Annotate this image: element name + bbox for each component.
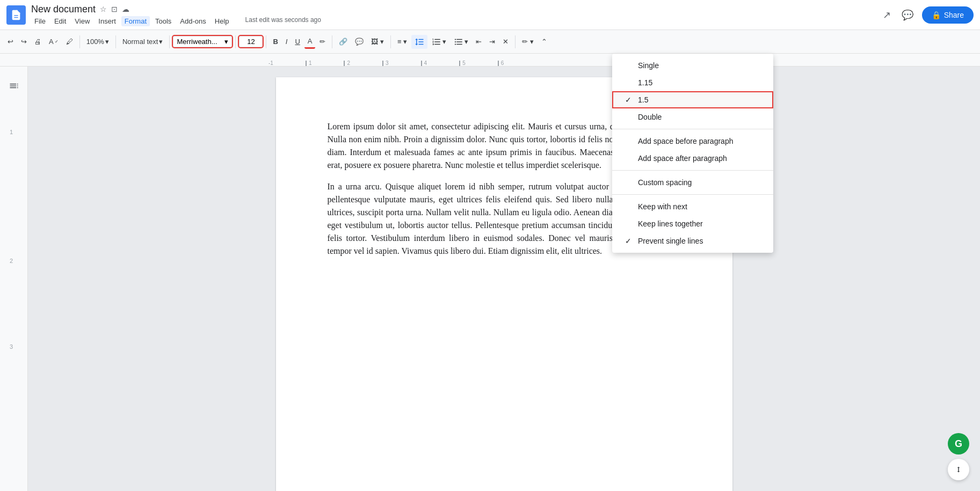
comment-button[interactable]: 💬: [352, 35, 367, 48]
menu-edit[interactable]: Edit: [51, 16, 69, 26]
spacing-single-label: Single: [638, 61, 659, 70]
app-logo[interactable]: [6, 5, 26, 25]
expand-button[interactable]: ⌃: [538, 35, 550, 48]
bottom-right-actions: G: [948, 433, 969, 480]
redo-button[interactable]: ↪: [18, 35, 30, 48]
editing-mode-button[interactable]: ✏ ▾: [519, 35, 537, 48]
line-spacing-button[interactable]: [411, 35, 427, 49]
menu-insert[interactable]: Insert: [95, 16, 119, 26]
menu-tools[interactable]: Tools: [152, 16, 175, 26]
add-space-before-label: Add space before paragraph: [638, 137, 733, 145]
style-selector[interactable]: Normal text ▾: [119, 35, 166, 48]
line-spacing-dropdown: Single 1.15 ✓ 1.5 Double Add space befor…: [612, 54, 773, 253]
keep-lines-together[interactable]: Keep lines together: [612, 215, 773, 232]
numbered-list-button[interactable]: ▾: [429, 35, 449, 49]
clear-format-button[interactable]: ✕: [499, 35, 512, 48]
share-label: Share: [944, 11, 964, 19]
keep-lines-together-label: Keep lines together: [638, 219, 703, 228]
add-space-after[interactable]: Add space after paragraph: [612, 150, 773, 167]
separator-b: [612, 170, 773, 171]
spellcheck-button[interactable]: A✓: [46, 35, 62, 48]
trending-icon[interactable]: ↗: [881, 7, 893, 23]
top-right-actions: ↗ 💬 🔒 Share: [881, 6, 974, 24]
link-button[interactable]: 🔗: [336, 35, 351, 48]
doc-title-area: New document ☆ ⊡ ☁ File Edit View Insert…: [31, 4, 881, 26]
left-sidebar: 1 2 3: [0, 67, 28, 491]
style-arrow: ▾: [159, 38, 163, 46]
page-line-2: 2: [10, 258, 13, 264]
font-size-value: 12: [247, 38, 255, 46]
spacing-single[interactable]: Single: [612, 57, 773, 74]
cloud-icon[interactable]: ☁: [122, 5, 129, 13]
spacing-double[interactable]: Double: [612, 108, 773, 126]
font-family-value: Merriweath...: [177, 38, 217, 46]
doc-area: Lorem ipsum dolor sit amet, consectetur …: [28, 67, 980, 491]
nav-button[interactable]: [948, 459, 969, 480]
spacing-1-5-label: 1.5: [638, 96, 648, 104]
separator-6: [332, 35, 332, 48]
comments-icon[interactable]: 💬: [899, 7, 916, 23]
highlight-button[interactable]: ✏: [316, 35, 329, 48]
main-area: 1 2 3 Lorem ipsum dolor sit amet, consec…: [0, 67, 980, 491]
prevent-single-lines[interactable]: ✓ Prevent single lines: [612, 232, 773, 250]
add-space-after-label: Add space after paragraph: [638, 154, 727, 163]
top-bar: New document ☆ ⊡ ☁ File Edit View Insert…: [0, 0, 980, 30]
separator-3: [169, 35, 170, 48]
indent-decrease-button[interactable]: ⇤: [473, 35, 485, 48]
last-edit: Last edit was seconds ago: [245, 16, 321, 26]
print-button[interactable]: 🖨: [31, 35, 45, 48]
underline-button[interactable]: U: [292, 35, 303, 48]
share-button[interactable]: 🔒 Share: [922, 6, 974, 24]
spacing-1-15[interactable]: 1.15: [612, 74, 773, 91]
separator-a: [612, 129, 773, 129]
folder-icon[interactable]: ⊡: [111, 5, 118, 13]
font-size-field[interactable]: 12: [239, 36, 263, 47]
separator-5: [266, 35, 266, 48]
keep-with-next-label: Keep with next: [638, 202, 687, 211]
separator-8: [515, 35, 516, 48]
outline-icon[interactable]: [5, 77, 23, 94]
indent-increase-button[interactable]: ⇥: [486, 35, 498, 48]
undo-button[interactable]: ↩: [4, 35, 17, 48]
check-1-5: ✓: [623, 96, 634, 104]
add-space-before[interactable]: Add space before paragraph: [612, 133, 773, 150]
align-button[interactable]: ≡ ▾: [394, 35, 410, 48]
menu-view[interactable]: View: [71, 16, 93, 26]
ruler: -1 1 2 3 4 5 6: [0, 54, 980, 67]
spacing-double-label: Double: [638, 113, 662, 121]
custom-spacing[interactable]: Custom spacing: [612, 174, 773, 191]
menu-addons[interactable]: Add-ons: [177, 16, 209, 26]
menu-format[interactable]: Format: [121, 16, 150, 26]
page-line-1: 1: [10, 129, 13, 135]
paint-format-button[interactable]: 🖊: [63, 35, 76, 48]
grammarly-button[interactable]: G: [948, 433, 969, 455]
text-color-button[interactable]: A: [304, 35, 316, 49]
font-family-selector[interactable]: Merriweath... ▾: [173, 36, 232, 47]
separator-c: [612, 194, 773, 195]
custom-spacing-label: Custom spacing: [638, 178, 692, 187]
separator-2: [115, 35, 116, 48]
menu-bar: File Edit View Insert Format Tools Add-o…: [31, 16, 881, 26]
menu-help[interactable]: Help: [212, 16, 233, 26]
bullet-list-button[interactable]: ▾: [451, 35, 471, 49]
italic-button[interactable]: I: [282, 35, 291, 48]
zoom-arrow: ▾: [105, 38, 109, 46]
separator-7: [390, 35, 391, 48]
separator-4: [235, 35, 236, 48]
zoom-selector[interactable]: 100% ▾: [83, 35, 112, 48]
font-family-arrow: ▾: [224, 38, 228, 46]
menu-file[interactable]: File: [31, 16, 49, 26]
doc-title[interactable]: New document: [31, 4, 96, 15]
spacing-1-15-label: 1.15: [638, 78, 652, 87]
zoom-value: 100%: [86, 38, 104, 46]
prevent-single-lines-label: Prevent single lines: [638, 237, 703, 245]
spacing-1-5[interactable]: ✓ 1.5: [612, 91, 773, 108]
keep-with-next[interactable]: Keep with next: [612, 198, 773, 215]
star-icon[interactable]: ☆: [100, 5, 107, 13]
style-value: Normal text: [122, 38, 158, 46]
lock-icon: 🔒: [932, 11, 941, 19]
image-button[interactable]: 🖼 ▾: [368, 35, 387, 48]
toolbar: ↩ ↪ 🖨 A✓ 🖊 100% ▾ Normal text ▾ Merriwea…: [0, 30, 980, 54]
separator-1: [79, 35, 80, 48]
bold-button[interactable]: B: [270, 35, 281, 48]
